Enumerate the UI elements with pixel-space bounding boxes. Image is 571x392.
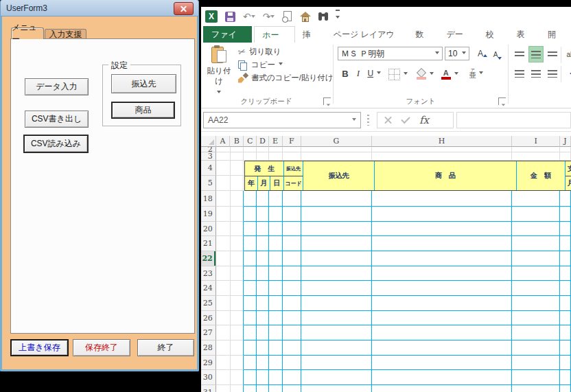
grid-cell-E28[interactable] — [269, 341, 283, 356]
grid-cell-A18[interactable] — [216, 191, 231, 207]
exit-button[interactable]: 終了 — [137, 339, 194, 356]
grid-cell-B19[interactable] — [231, 207, 244, 222]
header-cell-amount[interactable]: 金 額 — [517, 161, 566, 190]
grid-cell-C26[interactable] — [244, 311, 257, 325]
ribbon-tab-developer[interactable]: 開発 — [540, 26, 571, 43]
row-header-4[interactable]: 4 — [201, 161, 216, 176]
row-header-31[interactable]: 31 — [201, 385, 216, 392]
grid-cell-F18[interactable] — [283, 191, 302, 207]
grid-cell-F27[interactable] — [283, 325, 302, 341]
grid-cell-D18[interactable] — [257, 191, 269, 207]
ribbon-tab-review[interactable]: 校閲 — [478, 26, 509, 43]
grid-cell-G25[interactable] — [301, 296, 372, 311]
row-header-21[interactable]: 21 — [201, 236, 216, 251]
grid-cell-E20[interactable] — [269, 222, 283, 236]
ribbon-tab-view[interactable]: 表示 — [509, 26, 540, 43]
header-cell-month[interactable]: 月 — [258, 176, 270, 190]
wrap-text-button[interactable]: ab — [563, 46, 571, 62]
grid-cell-C30[interactable] — [244, 370, 257, 385]
row-header-28[interactable]: 28 — [201, 341, 216, 356]
grid-cell-C22[interactable] — [244, 251, 257, 266]
grid-cell-D31[interactable] — [257, 385, 269, 392]
grid-cell-B3[interactable] — [231, 152, 244, 161]
ribbon-tab-file[interactable]: ファイル — [203, 26, 252, 43]
grid-cell-E31[interactable] — [269, 385, 283, 392]
row-header-27[interactable]: 27 — [201, 325, 216, 341]
grid-cell-J27[interactable] — [560, 325, 571, 341]
grid-cell-G20[interactable] — [301, 222, 372, 236]
ribbon-tab-home[interactable]: ホーム — [254, 26, 294, 43]
grid-cell-A28[interactable] — [216, 341, 231, 356]
grid-cell-H20[interactable] — [372, 222, 512, 236]
align-right-button[interactable] — [545, 65, 560, 82]
phonetic-guide-button[interactable]: ア亜 — [465, 65, 488, 82]
row-header-29[interactable]: 29 — [201, 356, 216, 370]
font-dialog-launcher-icon[interactable] — [498, 97, 506, 105]
grid-cell-I26[interactable] — [512, 311, 560, 325]
grid-cell-E24[interactable] — [269, 281, 283, 296]
column-header-B[interactable]: B — [230, 136, 244, 147]
grid-cell-H31[interactable] — [372, 385, 512, 392]
grid-cell-G19[interactable] — [301, 207, 372, 222]
grid-cell-H2[interactable] — [372, 147, 512, 152]
underline-button[interactable]: U — [365, 66, 383, 81]
home-icon[interactable] — [300, 12, 311, 22]
grid-cell-C31[interactable] — [244, 385, 257, 392]
grid-cell-D29[interactable] — [257, 356, 269, 370]
grid-cell-I31[interactable] — [512, 385, 560, 392]
grid-cell-I18[interactable] — [512, 191, 560, 207]
grid-cell-A31[interactable] — [216, 385, 231, 392]
row-header-26[interactable]: 26 — [201, 311, 216, 325]
row-header-30[interactable]: 30 — [201, 370, 216, 385]
header-cell-next-1[interactable]: 支 — [566, 161, 571, 176]
grid-cell-F30[interactable] — [283, 370, 302, 385]
grid-cell-D24[interactable] — [257, 281, 269, 296]
grid-cell-H3[interactable] — [372, 152, 512, 161]
header-cell-payee-code-2[interactable]: コード — [284, 176, 303, 190]
tab-menu[interactable]: メニュー — [11, 27, 44, 39]
font-size-combo[interactable]: 10 — [445, 47, 469, 60]
grid-cell-I23[interactable] — [512, 266, 560, 281]
grid-cell-E21[interactable] — [269, 236, 283, 251]
column-header-C[interactable]: C — [244, 136, 257, 147]
grid-cell-C19[interactable] — [244, 207, 257, 222]
overwrite-save-button[interactable]: 上書き保存 — [10, 339, 69, 356]
grid-cell-A27[interactable] — [216, 325, 231, 341]
grid-cell-I22[interactable] — [512, 251, 560, 266]
grid-cell-B30[interactable] — [231, 370, 244, 385]
grid-cell-J26[interactable] — [560, 311, 571, 325]
row-header-24[interactable]: 24 — [201, 281, 216, 296]
grid-cell-H26[interactable] — [372, 311, 512, 325]
grid-cell-I3[interactable] — [512, 152, 560, 161]
grid-cell-J18[interactable] — [560, 191, 571, 207]
save-icon[interactable] — [225, 12, 235, 22]
borders-button[interactable] — [388, 67, 408, 81]
save-exit-button[interactable]: 保存終了 — [73, 339, 130, 356]
grid-cell-I19[interactable] — [512, 207, 560, 222]
grid-cell-J29[interactable] — [560, 356, 571, 370]
grid-cell-C27[interactable] — [244, 325, 257, 341]
grid-cell-D2[interactable] — [257, 147, 269, 152]
grid-cell-A26[interactable] — [216, 311, 231, 325]
grid-cell-B27[interactable] — [231, 325, 244, 341]
grid-cell-E26[interactable] — [269, 311, 283, 325]
grid-cell-B4[interactable] — [231, 161, 244, 176]
grid-cell-C24[interactable] — [244, 281, 257, 296]
grid-cell-C3[interactable] — [244, 152, 257, 161]
column-header-J[interactable]: J — [560, 136, 571, 147]
grid-cell-B18[interactable] — [231, 191, 244, 207]
insert-function-icon[interactable]: fx — [419, 114, 429, 126]
grid-cell-I21[interactable] — [512, 236, 560, 251]
grid-cell-D28[interactable] — [257, 341, 269, 356]
grid-cell-B22[interactable] — [231, 251, 244, 266]
product-button[interactable]: 商品 — [111, 102, 175, 119]
grid-cell-E18[interactable] — [269, 191, 283, 207]
paste-button[interactable]: 貼り付け — [205, 45, 233, 96]
userform-titlebar[interactable]: UserForm3 — [0, 0, 199, 16]
grid-cell-E30[interactable] — [269, 370, 283, 385]
grid-cell-J31[interactable] — [560, 385, 571, 392]
ribbon-tab-insert[interactable]: 挿入 — [295, 26, 326, 43]
grid-cell-J24[interactable] — [560, 281, 571, 296]
grid-cell-G24[interactable] — [301, 281, 372, 296]
grid-cell-D25[interactable] — [257, 296, 269, 311]
